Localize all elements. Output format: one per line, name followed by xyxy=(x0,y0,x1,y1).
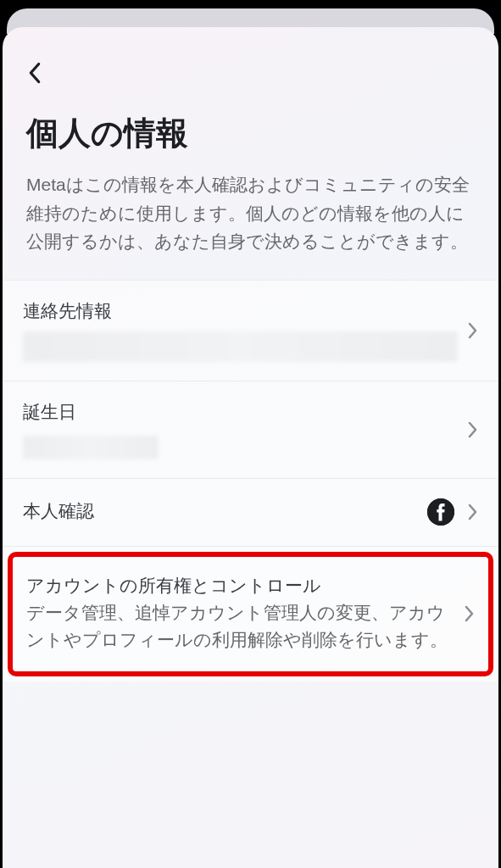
page-title: 個人の情報 xyxy=(26,112,475,155)
redacted-value xyxy=(23,331,458,362)
list-item-content: アカウントの所有権とコントロール データ管理、追悼アカウント管理人の変更、アカウ… xyxy=(26,574,454,654)
facebook-icon xyxy=(427,498,454,526)
chevron-right-icon xyxy=(465,604,475,623)
header: 個人の情報 Metaはこの情報を本人確認およびコミュニティの安全維持のために使用… xyxy=(3,27,498,256)
list-item-trailing xyxy=(465,604,475,623)
list-item-ownership[interactable]: アカウントの所有権とコントロール データ管理、追悼アカウント管理人の変更、アカウ… xyxy=(8,552,493,676)
chevron-right-icon xyxy=(468,420,478,439)
chevron-right-icon xyxy=(468,503,478,521)
list-item-trailing xyxy=(427,498,478,526)
settings-list: 連絡先情報 誕生日 xyxy=(3,280,498,682)
redacted-value xyxy=(23,436,159,459)
highlight-wrapper: アカウントの所有権とコントロール データ管理、追悼アカウント管理人の変更、アカウ… xyxy=(3,547,498,682)
list-item-contact[interactable]: 連絡先情報 xyxy=(3,281,498,381)
modal-sheet: 個人の情報 Metaはこの情報を本人確認およびコミュニティの安全維持のために使用… xyxy=(3,27,498,868)
list-item-content: 誕生日 xyxy=(23,400,458,459)
list-item-label: 連絡先情報 xyxy=(23,299,458,323)
list-item-label: 本人確認 xyxy=(23,499,417,523)
list-item-identity[interactable]: 本人確認 xyxy=(3,479,498,547)
modal-backdrop: 個人の情報 Metaはこの情報を本人確認およびコミュニティの安全維持のために使用… xyxy=(0,0,501,868)
back-button[interactable] xyxy=(26,61,50,85)
list-item-label: 誕生日 xyxy=(23,400,458,424)
list-item-label: アカウントの所有権とコントロール xyxy=(26,574,454,598)
list-item-desc: データ管理、追悼アカウント管理人の変更、アカウントやプロフィールの利用解除や削除… xyxy=(26,599,454,654)
chevron-right-icon xyxy=(468,321,478,340)
list-item-birthday[interactable]: 誕生日 xyxy=(3,381,498,479)
list-item-trailing xyxy=(468,420,478,439)
list-item-content: 本人確認 xyxy=(23,499,417,525)
list-item-content: 連絡先情報 xyxy=(23,299,458,362)
page-subtitle: Metaはこの情報を本人確認およびコミュニティの安全維持のために使用します。個人… xyxy=(26,170,475,256)
list-item-trailing xyxy=(468,321,478,340)
chevron-left-icon xyxy=(26,61,43,85)
